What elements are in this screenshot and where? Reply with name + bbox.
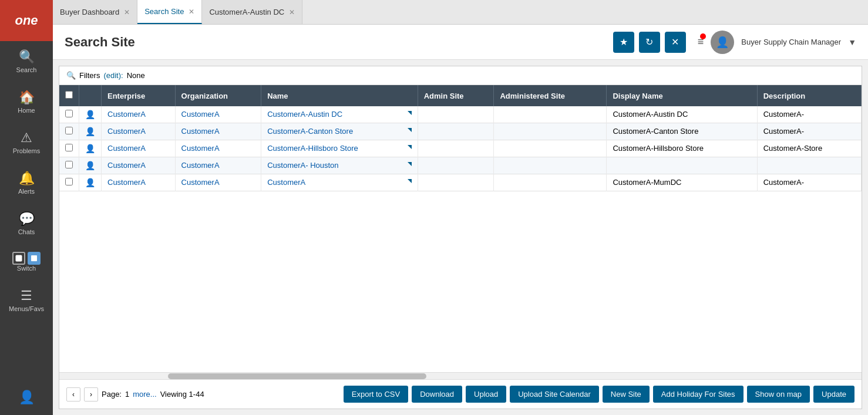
flag-corner-icon	[408, 145, 412, 149]
col-display-name: Display Name	[607, 85, 757, 106]
row-admin-site	[418, 140, 494, 157]
row-enterprise: CustomerA	[102, 106, 176, 123]
alerts-icon: 🔔	[19, 171, 35, 186]
row-person-icon: 👤	[85, 161, 95, 170]
row-admin-site	[418, 106, 494, 123]
row-display-name: CustomerA-MumDC	[607, 174, 757, 191]
switch-icon-right	[28, 252, 41, 265]
page-next-button[interactable]: ›	[84, 387, 98, 401]
row-checkbox-cell[interactable]	[59, 123, 79, 140]
upload-site-calendar-button[interactable]: Upload Site Calendar	[510, 386, 599, 403]
content-area: 🔍 Filters (edit): None Enterprise Organi…	[59, 66, 862, 409]
show-on-map-button[interactable]: Show on map	[747, 386, 810, 403]
table-row[interactable]: 👤 CustomerA CustomerA CustomerA-Hillsbor…	[59, 140, 862, 157]
row-administered-site	[494, 140, 607, 157]
table-wrapper[interactable]: Enterprise Organization Name Admin Site …	[59, 85, 862, 372]
sidebar-item-alerts[interactable]: 🔔 Alerts	[0, 163, 53, 203]
row-person-icon: 👤	[85, 178, 95, 187]
tab-close-buyer-dashboard[interactable]: ✕	[124, 9, 130, 16]
table-row[interactable]: 👤 CustomerA CustomerA CustomerA Customer…	[59, 174, 862, 191]
viewing-label: Viewing 1-44	[160, 390, 204, 399]
row-checkbox-cell[interactable]	[59, 140, 79, 157]
row-display-name: CustomerA-Canton Store	[607, 123, 757, 140]
sidebar-item-home[interactable]: 🏠 Home	[0, 82, 53, 122]
col-row-icon	[79, 85, 102, 106]
profile-icon: 👤	[19, 390, 35, 405]
row-checkbox-cell[interactable]	[59, 106, 79, 123]
row-admin-site	[418, 157, 494, 174]
row-checkbox[interactable]	[65, 161, 73, 168]
row-icon-cell: 👤	[79, 106, 102, 123]
more-pages-link[interactable]: more...	[133, 390, 156, 399]
tab-bar: Buyer Dashboard ✕ Search Site ✕ Customer…	[53, 0, 868, 25]
tab-close-customera-austin[interactable]: ✕	[289, 9, 295, 16]
row-checkbox[interactable]	[65, 127, 73, 134]
row-name: CustomerA- Houston	[261, 157, 418, 174]
download-button[interactable]: Download	[412, 386, 462, 403]
home-icon: 🏠	[19, 90, 35, 105]
switch-icons	[12, 252, 41, 265]
sidebar-item-problems[interactable]: ⚠ Problems	[0, 122, 53, 163]
horizontal-scrollbar[interactable]	[59, 372, 862, 379]
tab-buyer-dashboard[interactable]: Buyer Dashboard ✕	[53, 0, 137, 24]
sidebar-item-switch[interactable]: Switch	[0, 244, 53, 280]
sidebar-item-profile[interactable]: 👤	[0, 382, 53, 415]
switch-icon-left	[12, 252, 25, 265]
row-enterprise: CustomerA	[102, 174, 176, 191]
sidebar: one 🔍 Search 🏠 Home ⚠ Problems 🔔 Alerts …	[0, 0, 53, 415]
filter-value: None	[127, 71, 145, 80]
sidebar-item-menus[interactable]: ☰ Menus/Favs	[0, 280, 53, 320]
export-csv-button[interactable]: Export to CSV	[344, 386, 408, 403]
close-page-button[interactable]: ✕	[665, 32, 686, 53]
scrollbar-thumb[interactable]	[168, 373, 426, 379]
user-dropdown-arrow[interactable]: ▼	[848, 38, 856, 47]
row-description: CustomerA-	[757, 106, 861, 123]
update-button[interactable]: Update	[813, 386, 854, 403]
menus-icon: ☰	[21, 288, 32, 303]
table-row[interactable]: 👤 CustomerA CustomerA CustomerA-Austin D…	[59, 106, 862, 123]
upload-button[interactable]: Upload	[466, 386, 506, 403]
row-checkbox[interactable]	[65, 178, 73, 185]
menu-notifications[interactable]: ≡	[698, 36, 704, 48]
row-person-icon: 👤	[85, 127, 95, 136]
flag-corner-icon	[408, 162, 412, 166]
sidebar-item-chats[interactable]: 💬 Chats	[0, 203, 53, 244]
table-row[interactable]: 👤 CustomerA CustomerA CustomerA- Houston	[59, 157, 862, 174]
tab-customera-austin[interactable]: CustomerA-Austin DC ✕	[202, 0, 302, 24]
row-person-icon: 👤	[85, 110, 95, 119]
page-title: Search Site	[65, 35, 613, 50]
tab-close-search-site[interactable]: ✕	[189, 8, 194, 15]
row-checkbox[interactable]	[65, 110, 73, 117]
footer: ‹ › Page: 1 more... Viewing 1-44 Export …	[59, 379, 862, 409]
page-prev-button[interactable]: ‹	[66, 387, 80, 401]
col-name: Name	[261, 85, 418, 106]
row-display-name: CustomerA-Austin DC	[607, 106, 757, 123]
row-checkbox[interactable]	[65, 144, 73, 151]
sidebar-item-search[interactable]: 🔍 Search	[0, 41, 53, 82]
chats-icon: 💬	[19, 211, 35, 227]
col-admin-site: Admin Site	[418, 85, 494, 106]
row-name: CustomerA-Hillsboro Store	[261, 140, 418, 157]
col-select-all[interactable]	[59, 85, 79, 106]
row-enterprise: CustomerA	[102, 157, 176, 174]
favorite-button[interactable]: ★	[613, 32, 634, 53]
filter-edit-link[interactable]: (edit):	[103, 71, 123, 80]
refresh-button[interactable]: ↻	[639, 32, 660, 53]
row-checkbox-cell[interactable]	[59, 157, 79, 174]
row-name: CustomerA-Canton Store	[261, 123, 418, 140]
table-header-row: Enterprise Organization Name Admin Site …	[59, 85, 862, 106]
tab-search-site[interactable]: Search Site ✕	[137, 0, 202, 24]
new-site-button[interactable]: New Site	[603, 386, 650, 403]
row-person-icon: 👤	[85, 144, 95, 153]
add-holiday-button[interactable]: Add Holiday For Sites	[653, 386, 743, 403]
app-logo[interactable]: one	[0, 0, 53, 41]
row-enterprise: CustomerA	[102, 123, 176, 140]
select-all-checkbox[interactable]	[65, 91, 73, 99]
problems-icon: ⚠	[21, 130, 32, 146]
row-checkbox-cell[interactable]	[59, 174, 79, 191]
row-icon-cell: 👤	[79, 140, 102, 157]
row-admin-site	[418, 174, 494, 191]
page-label: Page:	[102, 390, 122, 399]
svg-rect-1	[31, 255, 37, 261]
table-row[interactable]: 👤 CustomerA CustomerA CustomerA-Canton S…	[59, 123, 862, 140]
